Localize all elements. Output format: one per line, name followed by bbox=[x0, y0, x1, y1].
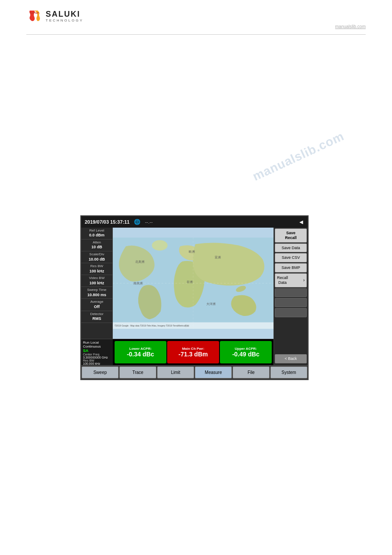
save-csv-button[interactable]: Save CSV bbox=[275, 253, 307, 262]
param-scale-div[interactable]: Scale/Div 10.00 dB bbox=[81, 251, 112, 263]
nav-limit-button[interactable]: Limit bbox=[157, 366, 194, 378]
svg-text:非洲: 非洲 bbox=[187, 281, 193, 284]
param-res-bw[interactable]: Res BW 100 kHz bbox=[81, 263, 112, 275]
logo-saluki: SALUKI bbox=[46, 10, 83, 19]
nav-trace-button[interactable]: Trace bbox=[119, 366, 156, 378]
meas-left-info: Run Local Continuous SA Center Freq 3.30… bbox=[81, 339, 113, 365]
saluki-logo-icon bbox=[26, 8, 43, 25]
page-watermark: manualslib.com bbox=[251, 129, 346, 184]
topbar-datetime: 2019/07/03 15:37:11 bbox=[85, 219, 129, 225]
back-button-area: < Back bbox=[273, 339, 308, 365]
param-average[interactable]: Average Off bbox=[81, 299, 112, 311]
svg-text:欧洲: 欧洲 bbox=[189, 250, 195, 253]
topbar-arrow: ◄ bbox=[298, 218, 304, 225]
nav-measure-button[interactable]: Measure bbox=[195, 366, 232, 378]
map-svg: 北美洲 欧洲 亚洲 非洲 大洋洲 南美洲 ©2019 Google · Map … bbox=[113, 228, 273, 339]
right-panel: SaveRecall Save Data Save CSV Save BMP R… bbox=[273, 228, 308, 339]
save-data-button[interactable]: Save Data bbox=[275, 243, 307, 253]
res-bw-display-value: 100.000 kHz bbox=[83, 362, 111, 365]
header: SALUKI TECHNOLOGY bbox=[26, 8, 83, 25]
lower-acpr-value: -0.34 dBc bbox=[127, 351, 154, 358]
topbar-signal: --.-- bbox=[145, 219, 153, 225]
measurement-row: Run Local Continuous SA Center Freq 3.30… bbox=[81, 339, 308, 365]
lower-acpr-block: Lower ACPR: -0.34 dBc bbox=[115, 341, 166, 363]
nav-file-button[interactable]: File bbox=[233, 366, 270, 378]
lower-acpr-label: Lower ACPR: bbox=[129, 347, 152, 351]
nav-system-button[interactable]: System bbox=[270, 366, 307, 378]
main-display: 北美洲 欧洲 亚洲 非洲 大洋洲 南美洲 ©2019 Google · Map … bbox=[113, 228, 273, 339]
svg-text:©2019 Google · Map data ©2019 : ©2019 Google · Map data ©2019 Tele Atlas… bbox=[115, 324, 189, 327]
watermark-link[interactable]: manualslib.com bbox=[335, 24, 366, 29]
header-rule bbox=[26, 34, 366, 35]
logo: SALUKI TECHNOLOGY bbox=[26, 8, 83, 25]
main-ch-pwr-value: -71.3 dBm bbox=[179, 351, 208, 358]
device-topbar: 2019/07/03 15:37:11 🌐 --.-- ◄ bbox=[81, 216, 308, 228]
logo-technology: TECHNOLOGY bbox=[46, 19, 83, 23]
blank-button-3[interactable] bbox=[275, 308, 307, 317]
svg-text:南美洲: 南美洲 bbox=[133, 282, 143, 285]
recall-data-button[interactable]: RecallData › bbox=[275, 273, 307, 287]
main-ch-pwr-label: Main Ch Pwr: bbox=[182, 347, 205, 351]
main-ch-pwr-block: Main Ch Pwr: -71.3 dBm bbox=[167, 341, 219, 363]
blank-button-2[interactable] bbox=[275, 298, 307, 307]
center-freq-label: Center Freq bbox=[83, 353, 111, 356]
param-ref-level[interactable]: Ref Level 0.0 dBm bbox=[81, 228, 112, 239]
res-bw-display-label: Res BW bbox=[83, 359, 111, 362]
save-recall-button[interactable]: SaveRecall bbox=[275, 229, 307, 243]
meas-results: Lower ACPR: -0.34 dBc Main Ch Pwr: -71.3… bbox=[113, 339, 273, 365]
back-button[interactable]: < Back bbox=[275, 354, 307, 363]
upper-acpr-label: Upper ACPR: bbox=[235, 347, 257, 351]
svg-text:大洋洲: 大洋洲 bbox=[206, 302, 216, 305]
nav-sweep-button[interactable]: Sweep bbox=[82, 366, 119, 378]
continuous-label: Continuous bbox=[83, 345, 111, 348]
param-atten[interactable]: Atten 10 dB bbox=[81, 239, 112, 251]
run-local-label: Run Local bbox=[83, 341, 111, 345]
save-bmp-button[interactable]: Save BMP bbox=[275, 263, 307, 272]
svg-text:亚洲: 亚洲 bbox=[215, 256, 221, 259]
blank-button-1[interactable] bbox=[275, 288, 307, 297]
upper-acpr-block: Upper ACPR: -0.49 dBc bbox=[220, 341, 272, 363]
svg-point-1 bbox=[152, 240, 168, 251]
upper-acpr-value: -0.49 dBc bbox=[232, 351, 259, 358]
param-detector[interactable]: Detector RMS bbox=[81, 311, 112, 323]
left-panel: Ref Level 0.0 dBm Atten 10 dB Scale/Div … bbox=[81, 228, 113, 339]
svg-text:北美洲: 北美洲 bbox=[135, 260, 144, 263]
wifi-icon: 🌐 bbox=[134, 219, 140, 225]
svg-point-2 bbox=[246, 265, 253, 269]
param-sweep-time[interactable]: Sweep Time 10.800 ms bbox=[81, 287, 112, 299]
param-video-bw[interactable]: Video BW 100 kHz bbox=[81, 275, 112, 287]
device-container: 2019/07/03 15:37:11 🌐 --.-- ◄ Ref Level … bbox=[80, 215, 309, 380]
sa-label: SA bbox=[83, 348, 111, 353]
logo-text: SALUKI TECHNOLOGY bbox=[46, 10, 83, 23]
center-freq-value: 3.300000000 GHz bbox=[83, 356, 111, 359]
bottom-nav: Sweep Trace Limit Measure File System bbox=[81, 365, 308, 379]
